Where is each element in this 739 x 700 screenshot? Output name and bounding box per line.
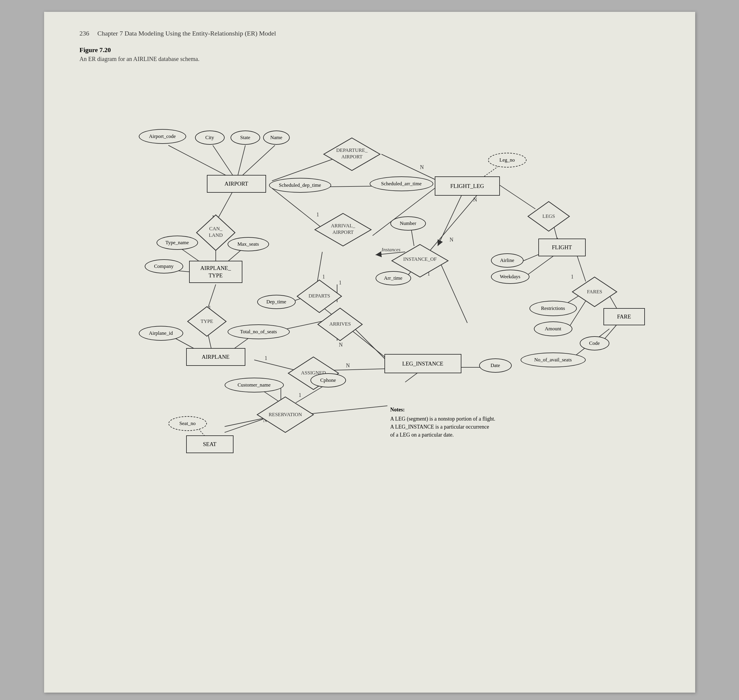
weekdays-node: Weekdays [491,270,529,284]
diagram-container: 1 N 1 N M N N 1 N 1 Instances 1 N 1 1 N … [79,71,642,610]
airline-node: Airline [491,253,523,268]
number-node: Number [390,216,426,231]
no-of-avail-seats-node: No_of_avail_seats [521,353,586,367]
dep-time-node: Dep_time [257,295,296,309]
page-number: 236 [79,29,90,37]
airplane-id-node: Airplane_id [139,326,183,341]
total-no-of-seats-node: Total_no_of_seats [228,324,290,339]
company-node: Company [145,259,183,274]
svg-text:N: N [473,197,477,203]
max-seats-node: Max_seats [228,237,269,251]
svg-text:N: N [420,164,424,170]
svg-text:AIRPORT: AIRPORT [332,229,354,235]
type-diamond: TYPE [186,305,228,338]
state-node: State [231,131,260,145]
svg-text:DEPARTURE_: DEPARTURE_ [336,147,367,153]
notes-line-2: A LEG_INSTANCE is a particular occurrenc… [390,423,562,431]
code-node: Code [580,336,610,350]
cphone-node: Cphone [310,373,346,387]
arr-time-node: Arr_time [376,271,411,285]
figure-title: Figure 7.20 [79,46,671,54]
type-name-node: Type_name [157,235,198,250]
notes-box: Notes: A LEG (segment) is a nonstop port… [390,406,562,439]
legs-diamond: LEGS [526,200,571,232]
svg-text:DEPARTS: DEPARTS [309,293,330,299]
seat-no-node: Seat_no [168,416,207,431]
airport-entity: AIRPORT [207,175,266,193]
airport-code-node: Airport_code [139,129,186,144]
svg-text:TYPE: TYPE [200,319,213,324]
date-node: Date [479,359,512,373]
seat-entity: SEAT [186,435,234,453]
customer-name-node: Customer_name [225,378,284,393]
fare-entity: FARE [604,308,645,325]
airplane-type-entity: AIRPLANE_ TYPE [189,261,242,283]
svg-text:ARRIVES: ARRIVES [329,321,351,327]
leg-instance-entity: LEG_INSTANCE [385,354,461,373]
svg-text:FARES: FARES [587,289,602,294]
chapter-title: Chapter 7 Data Modeling Using the Entity… [97,29,276,37]
reservation-diamond: RESERVATION [256,396,315,434]
page-header: 236 Chapter 7 Data Modeling Using the En… [79,29,671,37]
amount-node: Amount [534,321,572,336]
notes-line-3: of a LEG on a particular date. [390,431,562,439]
notes-title: Notes: [390,406,562,414]
svg-text:INSTANCE_OF: INSTANCE_OF [403,256,436,262]
notes-line-1: A LEG (segment) is a nonstop portion of … [390,415,562,423]
leg-no-node: Leg_no [488,153,526,168]
scheduled-dep-time-node: Scheduled_dep_time [269,178,331,193]
figure-caption: An ER diagram for an AIRLINE database sc… [79,56,671,62]
name-node: Name [263,131,290,145]
svg-text:AIRPORT: AIRPORT [341,154,363,160]
city-node: City [195,131,225,145]
svg-text:N: N [450,237,453,243]
arrives-diamond: ARRIVES [316,307,364,342]
svg-text:LEGS: LEGS [542,213,555,219]
departure-airport-diamond: DEPARTURE_ AIRPORT [322,137,382,172]
svg-text:CAN_: CAN_ [209,226,222,231]
svg-text:ARRIVAL_: ARRIVAL_ [331,223,355,228]
restrictions-node: Restrictions [529,301,577,316]
page: 236 Chapter 7 Data Modeling Using the En… [44,12,695,693]
svg-text:N: N [339,342,343,348]
svg-text:LAND: LAND [209,232,223,238]
svg-line-6 [382,154,435,179]
scheduled-arr-time-node: Scheduled_arr_time [370,176,433,191]
arrival-airport-diamond: ARRIVAL_ AIRPORT [313,212,373,247]
svg-text:RESERVATION: RESERVATION [269,412,302,417]
fares-diamond: FARES [571,276,618,308]
svg-text:N: N [346,363,350,369]
airplane-entity: AIRPLANE [186,348,245,366]
svg-text:1: 1 [264,355,267,361]
flight-leg-entity: FLIGHT_LEG [435,176,500,196]
flight-entity: FLIGHT [538,238,586,256]
